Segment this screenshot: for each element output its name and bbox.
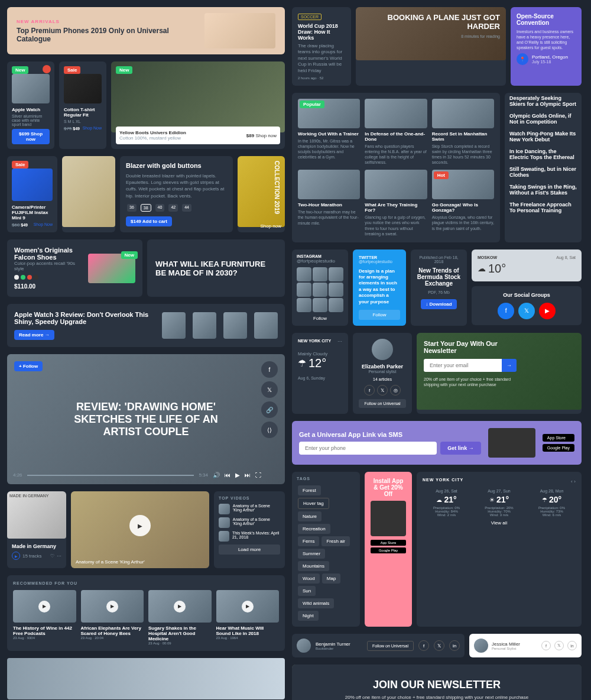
product-blazer[interactable]: Blazer with gold buttons Double breasted… xyxy=(120,156,233,232)
insta-thumb[interactable] xyxy=(297,267,311,281)
convention-card[interactable]: Open-Source Convention Investors and bus… xyxy=(511,7,582,86)
follow-button[interactable]: Follow xyxy=(297,316,343,321)
progress-bar[interactable] xyxy=(27,475,194,476)
tag[interactable]: Recreation xyxy=(298,524,330,534)
tag[interactable]: Night xyxy=(298,611,319,621)
insta-thumb[interactable] xyxy=(329,267,343,281)
play-icon[interactable]: ▶ xyxy=(12,552,20,560)
size-option[interactable]: 44 xyxy=(182,204,191,212)
twitter-icon[interactable]: 𝕏 xyxy=(434,640,444,651)
author-card[interactable]: Elizabeth Parker Personal stylist 14 art… xyxy=(353,333,412,414)
tag[interactable]: Fresh air xyxy=(322,536,350,546)
tag[interactable]: Wood xyxy=(298,573,320,584)
youtube-icon[interactable]: ▶ xyxy=(539,303,556,319)
twitter-icon[interactable]: 𝕏 xyxy=(554,641,564,650)
apple-watch-review[interactable]: Apple Watch 3 Review: Don't Overlook Thi… xyxy=(7,304,285,347)
tag[interactable]: Forest xyxy=(298,485,321,495)
read-more-button[interactable]: Read more → xyxy=(14,330,54,340)
product-fujifilm[interactable]: Sale Camera/Printer FUJIFILM Instax Mini… xyxy=(7,156,57,232)
play-icon[interactable]: ▶ xyxy=(129,515,151,536)
twitter-icon[interactable]: 𝕏 xyxy=(518,303,535,319)
plane-article[interactable]: BOOKING A PLANE JUST GOT HARDER 8 minute… xyxy=(356,7,506,86)
color-dot[interactable] xyxy=(21,275,25,280)
article-item[interactable]: HotGo Gonzaga! Who Is Gonzaga?Aloysius G… xyxy=(432,170,494,236)
install-app-card[interactable]: Install App & Get 20% Off App Store Goog… xyxy=(365,472,412,627)
gplay-button[interactable]: Google Play xyxy=(371,547,406,553)
insta-thumb[interactable] xyxy=(313,267,327,281)
play-icon[interactable]: ▶ xyxy=(235,472,240,478)
play-icon[interactable]: ▶ xyxy=(38,601,50,612)
tag[interactable]: Map xyxy=(322,573,341,584)
video-item[interactable]: Anatomy of a Scene 'King Arthur' xyxy=(219,504,280,514)
tag[interactable]: Ferns xyxy=(298,536,319,546)
follow-button[interactable]: Follow xyxy=(359,310,400,320)
tag[interactable]: Mountains xyxy=(298,561,329,571)
tag-hover[interactable]: Hover tag xyxy=(298,498,329,509)
size-option[interactable]: 36 xyxy=(127,204,137,212)
tag[interactable]: Summer xyxy=(298,549,325,559)
phone-input[interactable] xyxy=(299,442,437,455)
rec-item[interactable]: ▶Sugary Shakes in the Hospital Aren't Go… xyxy=(148,590,212,645)
headline-item[interactable]: In Ice Dancing, the Electric Tops the Et… xyxy=(509,148,577,160)
follow-button[interactable]: + Follow xyxy=(14,361,43,371)
made-in-germany[interactable]: MADE IN GERMANY Made in Germany ▶ 15 tra… xyxy=(7,491,66,568)
prev-icon[interactable]: ⏮ xyxy=(225,472,230,478)
follow-button[interactable]: Follow on Universal xyxy=(359,399,406,408)
video-item[interactable]: This Week's Movies: April 21, 2018 xyxy=(219,531,280,542)
article-item[interactable]: What Are They Training For?Glancing up f… xyxy=(365,170,427,236)
size-option[interactable]: 42 xyxy=(168,204,178,212)
embed-icon[interactable]: ⟨⟩ xyxy=(261,422,278,438)
color-dot[interactable] xyxy=(14,275,19,280)
tag[interactable]: Wild animals xyxy=(298,598,334,608)
prev-icon[interactable]: ‹ xyxy=(571,479,573,484)
appstore-button[interactable]: App Store xyxy=(371,540,406,546)
new-arrivals-banner[interactable]: NEW ARRIVALS Top Premium Phones 2019 Onl… xyxy=(7,7,285,54)
add-to-cart-button[interactable]: $149 Add to cart xyxy=(126,216,172,226)
twitter-icon[interactable]: 𝕏 xyxy=(377,385,388,396)
color-dot[interactable] xyxy=(34,275,38,280)
twitter-icon[interactable]: 𝕏 xyxy=(261,381,278,398)
article-item[interactable]: Record Set in Manhattan SwimSkip Storch … xyxy=(432,99,494,165)
article-item[interactable]: PopularWorking Out With a TrainerIn the … xyxy=(298,99,360,165)
fullscreen-icon[interactable]: ⛶ xyxy=(255,472,261,478)
gplay-button[interactable]: Google Play xyxy=(543,444,574,452)
color-dot[interactable] xyxy=(27,275,32,280)
size-option-selected[interactable]: 38 xyxy=(141,204,151,212)
facebook-icon[interactable]: f xyxy=(261,361,278,378)
rec-item[interactable]: ▶African Elephants Are Very Scared of Ho… xyxy=(81,590,144,645)
follow-button[interactable]: Follow on Universal xyxy=(367,641,414,651)
linkedin-icon[interactable]: in xyxy=(567,641,577,650)
article-item[interactable]: Two-Hour MarathonThe two-hour marathon m… xyxy=(298,170,360,236)
insta-thumb[interactable] xyxy=(313,283,327,297)
rec-item[interactable]: ▶Hear What Music Will Sound Like in 2018… xyxy=(216,590,280,645)
next-icon[interactable]: › xyxy=(574,479,576,484)
play-icon[interactable]: ▶ xyxy=(242,601,254,612)
soccer-article[interactable]: SOCCER World Cup 2018 Draw: How It Works… xyxy=(292,7,351,86)
headline-item[interactable]: Desperately Seeking Skiers for a Olympic… xyxy=(509,95,577,107)
shop-now-link[interactable]: Shop Now xyxy=(83,126,102,131)
video-main[interactable]: ▶ Anatomy of a Scene 'King Arthur' xyxy=(71,491,209,568)
headline-item[interactable]: Watch Ping-Pong Make Its New York Debut xyxy=(509,131,577,142)
insta-thumb[interactable] xyxy=(297,283,311,297)
insta-thumb[interactable] xyxy=(297,298,311,312)
email-input[interactable] xyxy=(424,359,502,372)
product-falcon-shoes[interactable]: Women's Originals Falcon Shoes Color-pop… xyxy=(7,239,142,297)
play-icon[interactable]: ▶ xyxy=(106,601,118,612)
tag[interactable]: Sun xyxy=(298,586,316,596)
ikea-article[interactable]: WHAT WILL IKEA FURNITURE BE MADE OF IN 2… xyxy=(147,239,285,297)
heart-icon[interactable] xyxy=(43,65,51,73)
product-apple-watch[interactable]: New Apple Watch Silver aluminium case wi… xyxy=(7,61,54,149)
article-item[interactable]: In Defense of the One-and-DoneFans who q… xyxy=(365,99,427,165)
play-icon[interactable]: ▶ xyxy=(174,601,186,612)
view-all-link[interactable]: View all xyxy=(423,520,576,526)
video-player[interactable]: + Follow f 𝕏 🔗 ⟨⟩ REVIEW: 'DRAWING HOME'… xyxy=(7,354,285,484)
insta-thumb[interactable] xyxy=(329,283,343,297)
headline-item[interactable]: Olympic Golds Online, if Not in Competit… xyxy=(509,113,577,125)
shop-now-button[interactable]: $699 Shop now xyxy=(12,129,50,144)
facebook-icon[interactable]: f xyxy=(418,640,429,651)
headline-item[interactable]: Still Sweating, but in Nicer Clothes xyxy=(509,166,577,178)
more-icon[interactable]: ⋯ xyxy=(337,339,342,344)
product-tshirt[interactable]: Sale Cotton T-shirt Regular Fit S M L XL… xyxy=(59,61,106,149)
rec-item[interactable]: ▶The History of Wine in 442 Free Podcast… xyxy=(13,590,76,645)
next-icon[interactable]: ⏭ xyxy=(245,472,251,478)
